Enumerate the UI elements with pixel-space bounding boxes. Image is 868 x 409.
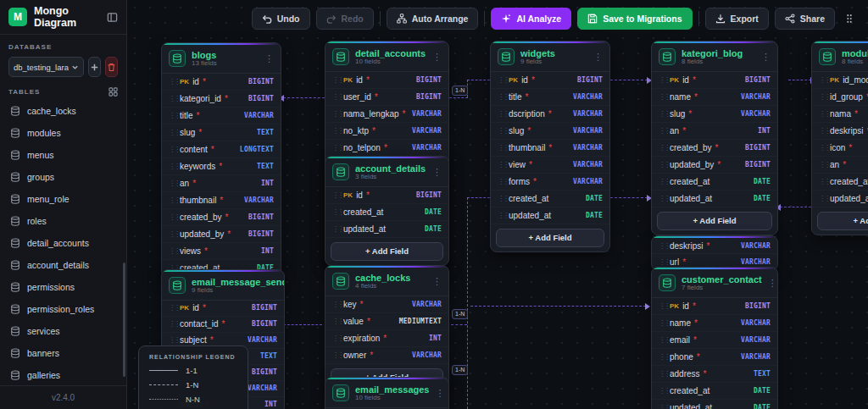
drag-handle-icon[interactable]: ⋮⋮ bbox=[819, 144, 826, 152]
field-row[interactable]: ⋮⋮updated_by*BIGINT bbox=[652, 157, 777, 174]
add-field-button[interactable]: + Add Field bbox=[817, 212, 868, 230]
table-card-partial-table[interactable]: ⋮⋮deskripsi*VARCHAR⋮⋮url*VARCHAR bbox=[651, 235, 778, 271]
field-row[interactable]: ⋮⋮deskripsi* bbox=[812, 123, 868, 140]
table-menu-button[interactable]: ⋮ bbox=[761, 52, 771, 63]
field-row[interactable]: ⋮⋮created_at bbox=[812, 174, 868, 191]
field-row[interactable]: ⋮⋮title*VARCHAR bbox=[162, 108, 281, 124]
sidebar-item-permissions[interactable]: permissions bbox=[0, 276, 126, 298]
drag-handle-icon[interactable]: ⋮⋮ bbox=[169, 320, 176, 328]
drag-handle-icon[interactable]: ⋮⋮ bbox=[659, 258, 666, 266]
field-row[interactable]: ⋮⋮created_by*BIGINT bbox=[162, 209, 281, 226]
table-card-kategori_blog[interactable]: kategori_blog8 fields⋮⋮⋮PKid*BIGINT⋮⋮nam… bbox=[651, 41, 778, 235]
table-menu-button[interactable]: ⋮ bbox=[432, 276, 442, 287]
field-row[interactable]: ⋮⋮created_atDATE bbox=[491, 191, 609, 207]
sidebar-scrollbar[interactable] bbox=[123, 263, 125, 377]
save-to-migrations-button[interactable]: Save to Migrations bbox=[577, 8, 692, 30]
drag-handle-icon[interactable]: ⋮⋮ bbox=[169, 112, 176, 119]
drag-handle-icon[interactable]: ⋮⋮ bbox=[332, 144, 340, 152]
drag-handle-icon[interactable]: ⋮⋮ bbox=[498, 110, 505, 118]
sidebar-item-banners[interactable]: banners bbox=[0, 342, 126, 364]
field-row[interactable]: ⋮⋮owner*VARCHAR bbox=[326, 347, 448, 364]
drag-handle-icon[interactable]: ⋮⋮ bbox=[659, 110, 666, 118]
share-button[interactable]: Share bbox=[775, 8, 835, 30]
redo-button[interactable]: Redo bbox=[316, 8, 374, 30]
field-row[interactable]: ⋮⋮an*INT bbox=[162, 175, 281, 192]
field-row[interactable]: ⋮⋮updated_at bbox=[812, 191, 868, 207]
drag-handle-icon[interactable]: ⋮⋮ bbox=[169, 95, 176, 102]
drag-handle-icon[interactable]: ⋮⋮ bbox=[332, 110, 340, 118]
sidebar-item-account_details[interactable]: account_details bbox=[0, 254, 126, 276]
drag-handle-icon[interactable]: ⋮⋮ bbox=[819, 178, 826, 185]
sidebar-item-roles[interactable]: roles bbox=[0, 210, 126, 232]
drag-handle-icon[interactable]: ⋮⋮ bbox=[819, 161, 826, 169]
field-row[interactable]: ⋮⋮updated_atDATE bbox=[326, 221, 448, 238]
field-row[interactable]: ⋮⋮email*VARCHAR bbox=[652, 332, 777, 349]
drag-handle-icon[interactable]: ⋮⋮ bbox=[498, 195, 505, 202]
sidebar-item-modules[interactable]: modules bbox=[0, 122, 126, 144]
field-row[interactable]: ⋮⋮no_ktp*VARCHAR bbox=[326, 123, 448, 140]
drag-handle-icon[interactable]: ⋮⋮ bbox=[659, 242, 666, 250]
field-row[interactable]: ⋮⋮nama* bbox=[812, 106, 868, 123]
drag-handle-icon[interactable]: ⋮⋮ bbox=[332, 334, 340, 342]
drag-handle-icon[interactable]: ⋮⋮ bbox=[169, 146, 176, 153]
field-row[interactable]: ⋮⋮user_id*BIGINT bbox=[326, 89, 448, 106]
field-row[interactable]: ⋮⋮name*VARCHAR bbox=[652, 89, 777, 106]
delete-database-button[interactable] bbox=[105, 57, 118, 77]
drag-handle-icon[interactable]: ⋮⋮ bbox=[169, 247, 176, 255]
field-row[interactable]: ⋮⋮created_atDATE bbox=[652, 383, 777, 400]
field-row[interactable]: ⋮⋮PKid_module bbox=[812, 72, 868, 89]
field-row[interactable]: ⋮⋮keywords*TEXT bbox=[162, 158, 281, 175]
tables-grid-view-button[interactable] bbox=[108, 87, 118, 97]
field-row[interactable]: ⋮⋮PKid*BIGINT bbox=[652, 298, 777, 315]
drag-handle-icon[interactable]: ⋮⋮ bbox=[169, 78, 176, 86]
drag-handle-icon[interactable]: ⋮⋮ bbox=[659, 387, 666, 395]
field-row[interactable]: ⋮⋮icon* bbox=[812, 140, 868, 157]
field-row[interactable]: ⋮⋮thumbnail*VARCHAR bbox=[162, 192, 281, 209]
field-row[interactable]: ⋮⋮slug*VARCHAR bbox=[652, 106, 777, 123]
table-menu-button[interactable]: ⋮ bbox=[432, 167, 442, 178]
field-row[interactable]: ⋮⋮value*MEDIUMTEXT bbox=[326, 313, 448, 330]
field-row[interactable]: ⋮⋮key*VARCHAR bbox=[326, 296, 448, 313]
sidebar-item-menus[interactable]: menus bbox=[0, 144, 126, 166]
sidebar-collapse-button[interactable] bbox=[107, 12, 118, 23]
drag-handle-icon[interactable]: ⋮⋮ bbox=[659, 319, 666, 327]
field-row[interactable]: ⋮⋮title*VARCHAR bbox=[491, 89, 609, 106]
drag-handle-icon[interactable]: ⋮⋮ bbox=[498, 76, 505, 84]
drag-handle-icon[interactable]: ⋮⋮ bbox=[332, 191, 340, 199]
drag-handle-icon[interactable]: ⋮⋮ bbox=[498, 93, 505, 101]
drag-handle-icon[interactable]: ⋮⋮ bbox=[659, 76, 666, 84]
diagram-canvas[interactable]: Undo Redo Auto Arrange AI Analyze Save t… bbox=[127, 0, 868, 409]
drag-handle-icon[interactable]: ⋮⋮ bbox=[169, 196, 176, 204]
add-field-button[interactable]: + Add Field bbox=[496, 229, 604, 247]
drag-handle-icon[interactable]: ⋮⋮ bbox=[659, 127, 666, 135]
field-row[interactable]: ⋮⋮name*VARCHAR bbox=[652, 315, 777, 332]
field-row[interactable]: ⋮⋮updated_atDATE bbox=[652, 400, 777, 409]
field-row[interactable]: ⋮⋮updated_by*BIGINT bbox=[162, 226, 281, 243]
drag-handle-icon[interactable]: ⋮⋮ bbox=[659, 336, 666, 344]
add-field-button[interactable]: + Add Field bbox=[657, 212, 772, 230]
field-row[interactable]: ⋮⋮PKid*BIGINT bbox=[491, 72, 609, 89]
field-row[interactable]: ⋮⋮slug*VARCHAR bbox=[491, 123, 609, 140]
drag-handle-icon[interactable]: ⋮⋮ bbox=[498, 161, 505, 169]
drag-handle-icon[interactable]: ⋮⋮ bbox=[659, 93, 666, 101]
field-row[interactable]: ⋮⋮slug*TEXT bbox=[162, 124, 281, 141]
more-options-button[interactable] bbox=[841, 8, 858, 30]
field-row[interactable]: ⋮⋮an* bbox=[812, 157, 868, 174]
drag-handle-icon[interactable]: ⋮⋮ bbox=[332, 225, 340, 233]
sidebar-item-galleries[interactable]: galleries bbox=[0, 364, 126, 386]
table-menu-button[interactable]: ⋮ bbox=[768, 278, 777, 289]
field-row[interactable]: ⋮⋮contact_id*BIGINT bbox=[162, 317, 284, 333]
drag-handle-icon[interactable]: ⋮⋮ bbox=[659, 370, 666, 378]
field-row[interactable]: ⋮⋮phone*VARCHAR bbox=[652, 349, 777, 366]
sidebar-item-detail_accounts[interactable]: detail_accounts bbox=[0, 232, 126, 254]
table-card-widgets[interactable]: widgets9 fields⋮⋮⋮PKid*BIGINT⋮⋮title*VAR… bbox=[490, 41, 610, 252]
drag-handle-icon[interactable]: ⋮⋮ bbox=[819, 76, 826, 84]
drag-handle-icon[interactable]: ⋮⋮ bbox=[332, 351, 340, 359]
table-card-cache_locks[interactable]: cache_locks4 fields⋮⋮⋮key*VARCHAR⋮⋮value… bbox=[325, 265, 449, 392]
sidebar-item-menu_role[interactable]: menu_role bbox=[0, 188, 126, 210]
add-database-button[interactable] bbox=[88, 57, 101, 77]
table-menu-button[interactable]: ⋮ bbox=[593, 52, 603, 63]
drag-handle-icon[interactable]: ⋮⋮ bbox=[498, 144, 505, 152]
drag-handle-icon[interactable]: ⋮⋮ bbox=[659, 178, 666, 185]
drag-handle-icon[interactable]: ⋮⋮ bbox=[332, 76, 340, 84]
